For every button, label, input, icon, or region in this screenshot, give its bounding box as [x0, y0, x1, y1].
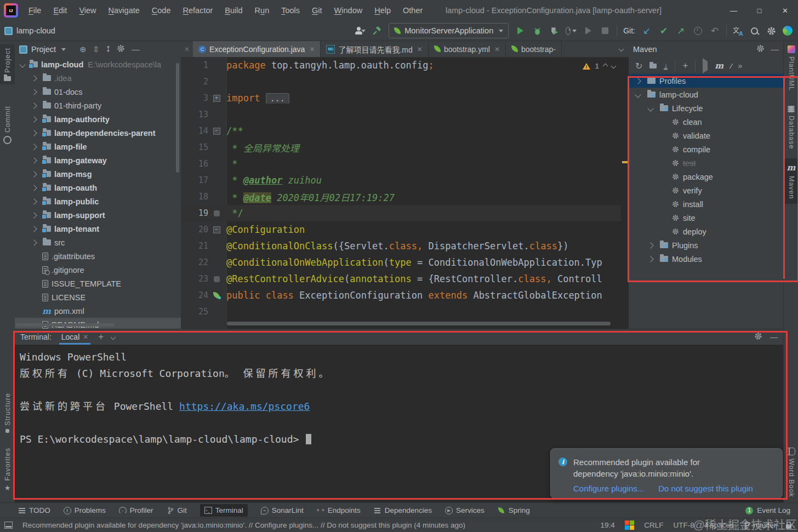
next-warning-icon[interactable] — [611, 64, 617, 69]
code-line-24[interactable]: 24public class ExceptionConfiguration ex… — [181, 287, 621, 304]
chevron-down-icon[interactable] — [111, 334, 116, 340]
editor-tab[interactable]: MD了解项目请先看我.md✕ — [321, 41, 428, 57]
tree-item-lamp-tenant[interactable]: lamp-tenant — [15, 222, 181, 236]
code-line-15[interactable]: 15 * 全局异常处理 — [181, 139, 621, 156]
tree-item-01-third-party[interactable]: 01-third-party — [15, 99, 181, 112]
tree-item-01-docs[interactable]: 01-docs — [15, 85, 181, 99]
tool-button-commit[interactable]: Commit — [0, 106, 15, 144]
code-line-18[interactable]: 18 * @date 2020年01月02日17:19:27 — [181, 188, 621, 205]
tree-item-lamp-gateway[interactable]: lamp-gateway — [15, 153, 181, 167]
search-everywhere-icon[interactable] — [749, 25, 760, 36]
tool-button-project[interactable]: Project — [0, 44, 15, 84]
maven-download-sources-icon[interactable]: ↓ — [664, 62, 668, 70]
close-icon[interactable]: ✕ — [417, 45, 423, 53]
code-line-22[interactable]: 22@ConditionalOnWebApplication(type = Co… — [181, 254, 621, 271]
collapse-all-icon[interactable]: ⭥ — [106, 45, 110, 54]
hide-panel-icon[interactable]: — — [132, 45, 140, 54]
code-line-16[interactable]: 16 * — [181, 156, 621, 172]
prev-warning-icon[interactable] — [603, 64, 608, 69]
code-line-21[interactable]: 21@ConditionalOnClass({Servlet.class, Di… — [181, 238, 621, 254]
terminal-link[interactable]: https://aka.ms/pscore6 — [179, 401, 310, 412]
locate-file-icon[interactable]: ⊕ — [79, 45, 86, 54]
git-update-icon[interactable]: ↙ — [641, 25, 652, 36]
tool-button-structure[interactable]: Structure — [0, 393, 15, 433]
project-settings-gear-icon[interactable] — [117, 44, 125, 54]
maven-item-lifecycle[interactable]: Lifecycle — [629, 101, 783, 115]
close-icon[interactable]: ✕ — [494, 45, 500, 53]
hide-panel-icon[interactable]: — — [770, 333, 778, 341]
close-button[interactable]: ✕ — [772, 0, 798, 21]
tool-button-plantuml[interactable]: PlantUML — [784, 45, 798, 91]
tool-button-maven[interactable]: m Maven — [784, 158, 798, 204]
tree-item-lamp-oauth[interactable]: lamp-oauth — [15, 181, 181, 195]
hidden-tabs-icon[interactable] — [619, 47, 624, 52]
maven-item-validate[interactable]: validate — [629, 129, 783, 142]
project-horizontal-scrollbar[interactable] — [16, 323, 115, 327]
tree-item-lamp-support[interactable]: lamp-support — [15, 208, 181, 222]
profiler-button[interactable] — [566, 25, 577, 36]
tool-button-database[interactable]: Database — [784, 106, 798, 150]
code-line-14[interactable]: 14−/** — [181, 123, 621, 139]
maven-item-profiles[interactable]: ✓Profiles — [629, 74, 783, 88]
editor-code[interactable]: 1package top.tangyh.lamp.oauth.config;23… — [181, 57, 621, 320]
toolwindow-button-profiler[interactable]: ◦Profiler — [119, 506, 153, 514]
maven-generate-sources-icon[interactable] — [649, 64, 657, 68]
maven-execute-goal-icon[interactable]: m — [715, 61, 723, 71]
editor-tab[interactable]: bootstrap- — [506, 41, 562, 57]
editor-horizontal-scrollbar[interactable] — [227, 322, 611, 325]
run-configuration-select[interactable]: MonitorServerApplication — [389, 23, 509, 38]
tree-item-lamp-dependencies-parent[interactable]: lamp-dependencies-parent — [15, 126, 181, 140]
toolwindow-button-todo[interactable]: TODO — [18, 506, 50, 514]
toolwindow-button-problems[interactable]: !Problems — [64, 506, 106, 514]
maven-item-site[interactable]: site — [629, 211, 783, 225]
code-line-17[interactable]: 17 * @author zuihou — [181, 172, 621, 188]
maven-add-icon[interactable]: + — [682, 60, 688, 71]
menu-build[interactable]: Build — [220, 4, 247, 16]
settings-gear-icon[interactable] — [766, 25, 777, 36]
maven-item-plugins[interactable]: Plugins — [629, 238, 783, 252]
maven-item-verify[interactable]: verify — [629, 184, 783, 197]
tool-button-favorites[interactable]: Favorites ★ — [0, 448, 15, 492]
menu-navigate[interactable]: Navigate — [104, 4, 145, 16]
tree-item--idea[interactable]: .idea — [15, 71, 181, 85]
tool-button-wordbook[interactable]: Word Book — [784, 448, 798, 497]
maven-item-compile[interactable]: compile — [629, 142, 783, 156]
maximize-button[interactable]: □ — [746, 0, 772, 21]
maven-item-clean[interactable]: clean — [629, 115, 783, 129]
code-line-1[interactable]: 1package top.tangyh.lamp.oauth.config; — [181, 57, 621, 73]
do-not-suggest-link[interactable]: Do not suggest this plugin — [658, 484, 753, 493]
close-icon[interactable]: ✕ — [309, 45, 315, 53]
maven-item-package[interactable]: package — [629, 170, 783, 184]
toolwindow-button-spring[interactable]: Spring — [498, 506, 530, 514]
code-line-20[interactable]: 20−@Configuration — [181, 221, 621, 238]
code-line-23[interactable]: 23@RestControllerAdvice(annotations = {R… — [181, 271, 621, 287]
code-line-13[interactable]: 13 — [181, 106, 621, 123]
code-line-3[interactable]: 3+import ... — [181, 90, 621, 106]
tree-item-lamp-authority[interactable]: lamp-authority — [15, 112, 181, 126]
project-widget[interactable]: lamp-cloud — [4, 26, 55, 35]
translate-icon[interactable]: 文A — [733, 26, 743, 35]
expand-all-icon[interactable]: ⇳ — [93, 45, 99, 54]
inspection-widget[interactable]: 1 — [583, 62, 615, 70]
tree-item--gitattributes[interactable]: .gitattributes — [15, 249, 181, 263]
toolwindow-button-terminal[interactable]: >_Terminal — [200, 504, 248, 517]
hide-panel-icon[interactable]: — — [771, 45, 779, 54]
new-session-icon[interactable]: + — [98, 331, 104, 342]
terminal-output[interactable]: Windows PowerShell版权所有 (C) Microsoft Cor… — [15, 345, 783, 448]
maven-item-deploy[interactable]: deploy — [629, 225, 783, 238]
tree-item-lamp-file[interactable]: lamp-file — [15, 140, 181, 153]
terminal-tab-local[interactable]: Local ✕ — [59, 329, 91, 345]
line-separator[interactable]: CRLF — [644, 521, 663, 529]
file-encoding[interactable]: UTF-8 — [673, 521, 694, 529]
minimize-button[interactable]: — — [721, 0, 746, 21]
tree-item-lamp-public[interactable]: lamp-public — [15, 195, 181, 208]
tree-item-issue-template[interactable]: ISSUE_TEMPLATE — [15, 277, 181, 290]
toolwindow-button-git[interactable]: Git — [167, 506, 187, 514]
toolwindow-button-dependencies[interactable]: Dependencies — [374, 506, 432, 514]
toolwindow-toggle-icon[interactable] — [4, 522, 13, 529]
project-panel-title[interactable]: Project — [31, 45, 56, 54]
plugin-logo-icon[interactable] — [783, 26, 793, 36]
menu-view[interactable]: View — [74, 4, 101, 16]
maven-reimport-icon[interactable]: ↻ — [635, 61, 642, 71]
menu-help[interactable]: Help — [369, 4, 396, 16]
